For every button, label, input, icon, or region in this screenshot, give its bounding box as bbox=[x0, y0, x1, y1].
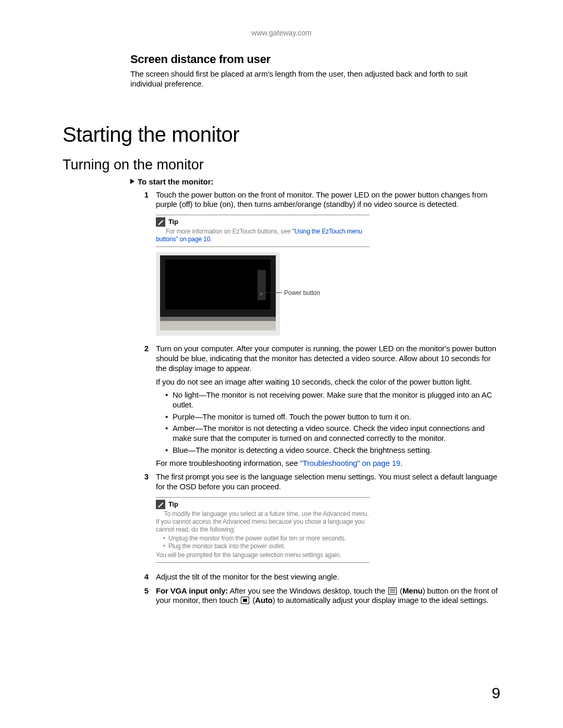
step-number: 4 bbox=[133, 572, 156, 582]
tip2-l1: To modify the language you select at a f… bbox=[164, 510, 369, 517]
menu-button-icon bbox=[388, 587, 397, 595]
tip-box-2: Tip XXTo modify the language you select … bbox=[156, 497, 370, 563]
tip2-b1: Unplug the monitor from the power outlet… bbox=[163, 535, 370, 542]
step-1-text: Touch the power button on the front of m… bbox=[156, 190, 500, 210]
tip1-tail: . bbox=[210, 236, 212, 243]
step-number: 5 bbox=[133, 586, 156, 606]
body-screen-distance: The screen should first be placed at arm… bbox=[130, 69, 500, 89]
procedure-heading-text: To start the monitor: bbox=[138, 177, 214, 186]
svg-rect-4 bbox=[160, 317, 276, 321]
step-2-bullets: No light—The monitor is not receiving po… bbox=[165, 390, 500, 455]
bullet-no-light: No light—The monitor is not receiving po… bbox=[165, 390, 500, 410]
triangle-icon bbox=[130, 179, 134, 184]
tip-label: Tip bbox=[168, 500, 178, 509]
header-url: www.gateway.com bbox=[63, 29, 500, 37]
tip1-lead: For more information on EzTouch buttons,… bbox=[166, 228, 292, 235]
step-1: 1 Touch the power button on the front of… bbox=[63, 190, 500, 340]
tip2-l3: You will be prompted for the language se… bbox=[156, 551, 370, 559]
tip2-b2: Plug the monitor back into the power out… bbox=[163, 542, 370, 550]
step-4-text: Adjust the tilt of the monitor for the b… bbox=[156, 572, 500, 582]
heading-starting-monitor: Starting the monitor bbox=[63, 123, 500, 146]
bullet-blue: Blue—The monitor is detecting a video so… bbox=[165, 446, 500, 455]
heading-turning-on: Turning on the monitor bbox=[63, 157, 500, 173]
step-number: 2 bbox=[133, 344, 156, 468]
step-5: 5 For VGA input only: After you see the … bbox=[63, 586, 500, 606]
step-2-trail: For more troubleshooting information, se… bbox=[156, 459, 500, 468]
heading-screen-distance: Screen distance from user bbox=[130, 53, 500, 66]
tip-label: Tip bbox=[168, 218, 178, 226]
troubleshooting-link[interactable]: "Troubleshooting" on page 19 bbox=[300, 459, 400, 467]
step-2-p2: If you do not see an image after waiting… bbox=[156, 377, 500, 387]
tip-box-1: Tip XX For more information on EzTouch b… bbox=[156, 215, 370, 247]
procedure-heading: To start the monitor: bbox=[130, 177, 500, 186]
tip-icon bbox=[156, 217, 165, 227]
svg-rect-5 bbox=[160, 321, 276, 330]
page-number: 9 bbox=[492, 684, 500, 702]
tip-icon bbox=[156, 500, 165, 509]
step-4: 4 Adjust the tilt of the monitor for the… bbox=[63, 572, 500, 582]
step-3: 3 The first prompt you see is the langua… bbox=[63, 472, 500, 568]
step-number: 1 bbox=[133, 190, 156, 340]
monitor-figure: Power button bbox=[156, 252, 500, 336]
power-button-callout: Power button bbox=[260, 289, 320, 297]
bullet-purple: Purple—The monitor is turned off. Touch … bbox=[165, 412, 500, 422]
step-2-p1: Turn on your computer. After your comput… bbox=[156, 344, 500, 373]
bullet-amber: Amber—The monitor is not detecting a vid… bbox=[165, 424, 500, 443]
tip2-l2: If you cannot access the Advanced menu b… bbox=[156, 518, 370, 534]
step-number: 3 bbox=[133, 472, 156, 568]
step-2: 2 Turn on your computer. After your comp… bbox=[63, 344, 500, 468]
document-page: www.gateway.com Screen distance from use… bbox=[0, 0, 563, 728]
step-3-text: The first prompt you see is the language… bbox=[156, 472, 500, 492]
svg-rect-2 bbox=[165, 260, 271, 310]
step-5-text: For VGA input only: After you see the Wi… bbox=[156, 586, 500, 606]
auto-button-icon bbox=[241, 597, 249, 604]
